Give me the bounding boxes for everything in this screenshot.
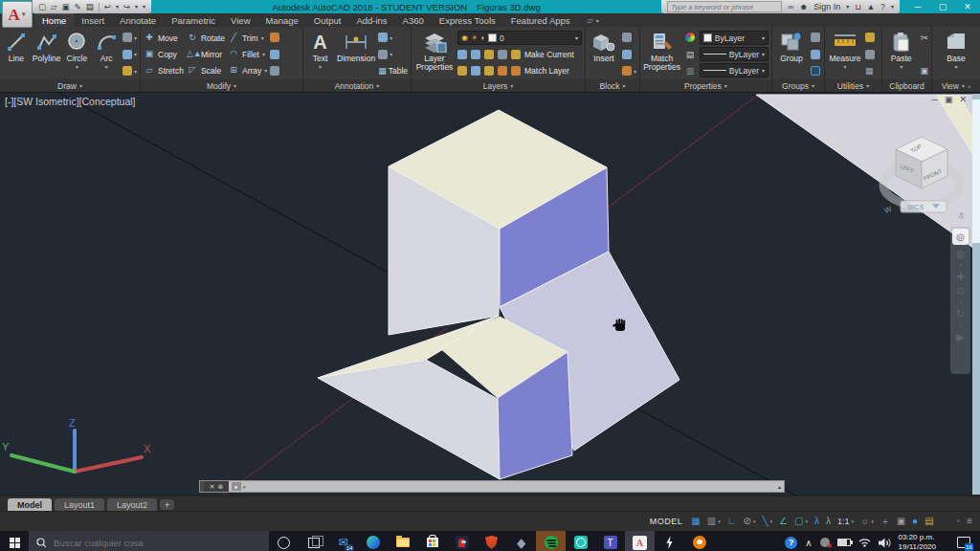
move-button[interactable]: ✚Move bbox=[144, 31, 184, 45]
linetype-combo[interactable]: ByLayer ▾ bbox=[700, 63, 768, 77]
nav-caret-icon[interactable]: ▾ bbox=[959, 263, 962, 268]
panel-label-modify[interactable]: Modify▾ bbox=[141, 79, 302, 92]
polyline-button[interactable]: Polyline bbox=[33, 29, 61, 79]
taskbar-spotify[interactable] bbox=[536, 531, 566, 551]
ellipse-tool-icon[interactable] bbox=[122, 50, 132, 59]
color-wheel-icon[interactable] bbox=[685, 33, 695, 42]
taskbar-teams[interactable]: T bbox=[595, 531, 625, 551]
orbit-icon[interactable]: ↻ bbox=[956, 309, 965, 320]
layer-on-icon[interactable] bbox=[498, 66, 507, 76]
panel-label-annotation[interactable]: Annotation▾ bbox=[303, 79, 411, 92]
zoom-icon[interactable]: ⊙ bbox=[956, 286, 965, 297]
undo-icon[interactable]: ↩ bbox=[104, 3, 111, 11]
point-style-icon[interactable] bbox=[865, 50, 875, 59]
command-recent-caret-icon[interactable]: ▾ bbox=[243, 484, 246, 490]
match-layer-button[interactable]: Match Layer bbox=[524, 66, 569, 76]
cut-scissors-icon[interactable]: ✂ bbox=[920, 33, 927, 43]
grid-toggle[interactable]: ▦ bbox=[691, 517, 700, 526]
object-color-combo[interactable]: ByLayer ▾ bbox=[700, 31, 768, 45]
array-button[interactable]: ⊞Array▾ bbox=[228, 63, 267, 77]
insert-button[interactable]: Insert bbox=[589, 29, 619, 79]
wcs-menu[interactable]: WCS bbox=[901, 201, 947, 212]
leader-tool-icon[interactable] bbox=[378, 33, 388, 42]
sign-in-caret-icon[interactable]: ▾ bbox=[846, 4, 849, 10]
panel-label-groups[interactable]: Groups▾ bbox=[772, 79, 824, 92]
base-button[interactable]: Base ▾ bbox=[940, 29, 972, 79]
new-layout-button[interactable]: + bbox=[160, 499, 174, 510]
panel-label-view[interactable]: View▾» bbox=[932, 79, 980, 92]
redo-icon[interactable]: ↪ bbox=[123, 3, 130, 11]
panel-label-block[interactable]: Block▾ bbox=[586, 79, 639, 92]
scale-button[interactable]: ◸Scale bbox=[187, 63, 225, 77]
tab-output[interactable]: Output bbox=[306, 13, 349, 27]
taskbar-among-us[interactable] bbox=[447, 531, 477, 551]
group-edit-icon[interactable] bbox=[811, 50, 820, 59]
annotation-monitor-button[interactable]: ＋ bbox=[880, 517, 890, 526]
taskbar-autocad[interactable]: A bbox=[625, 531, 655, 551]
isolate-objects-button[interactable]: ▣ bbox=[897, 517, 905, 526]
taskbar-lightning-app[interactable] bbox=[655, 531, 684, 551]
hidden-icons-button[interactable]: ∧ bbox=[805, 538, 812, 548]
tab-parametric[interactable]: Parametric bbox=[164, 13, 223, 27]
autodesk-exchange-icon[interactable]: ▲ bbox=[867, 3, 875, 11]
arc-button[interactable]: Arc ▾ bbox=[93, 29, 120, 79]
start-button[interactable] bbox=[0, 531, 29, 551]
vp-restore-icon[interactable]: ▣ bbox=[945, 95, 953, 104]
app-menu-button[interactable]: A ▼ bbox=[2, 1, 33, 28]
taskbar-store[interactable] bbox=[417, 531, 447, 551]
copy-clip-icon[interactable]: ▣ bbox=[920, 66, 928, 76]
make-current-button[interactable]: Make Current bbox=[524, 50, 574, 59]
viewcube-west[interactable]: W bbox=[883, 205, 893, 215]
command-line-bar[interactable]: ✕ ⊛ ▸ ▾ ▴ bbox=[199, 480, 785, 493]
ortho-toggle[interactable]: ∟ bbox=[727, 517, 737, 526]
dimension-button[interactable]: Dimension bbox=[337, 29, 375, 79]
plot-icon[interactable]: ▤ bbox=[86, 3, 94, 11]
layer-unisolate-icon[interactable] bbox=[471, 50, 480, 59]
copy-button[interactable]: ▣Copy bbox=[144, 47, 184, 61]
tab-layout2[interactable]: Layout2 bbox=[107, 498, 157, 511]
polar-tracking-toggle[interactable]: ⊘▾ bbox=[744, 517, 756, 526]
tab-annotate[interactable]: Annotate bbox=[112, 13, 164, 27]
layer-isolate-icon[interactable] bbox=[457, 50, 467, 59]
layer-lock-tool-icon[interactable] bbox=[498, 50, 507, 59]
redo-caret-icon[interactable]: ▾ bbox=[135, 4, 138, 10]
panel-label-draw[interactable]: Draw▾ bbox=[0, 79, 140, 92]
rotate-button[interactable]: ↻Rotate bbox=[187, 31, 225, 45]
taskbar-blender[interactable] bbox=[684, 531, 714, 551]
layer-match-icon[interactable] bbox=[511, 66, 521, 76]
scrollbar-thumb[interactable] bbox=[972, 99, 980, 243]
lineweight-combo[interactable]: ByLayer ▾ bbox=[700, 47, 768, 61]
cortana-button[interactable] bbox=[269, 531, 299, 551]
action-center-button[interactable]: 16 bbox=[957, 537, 970, 548]
maximize-button[interactable]: ▢ bbox=[930, 0, 955, 13]
leader-caret-icon[interactable]: ▾ bbox=[390, 34, 392, 41]
annotation-visibility-toggle[interactable]: λ bbox=[814, 517, 819, 526]
customization-menu-button[interactable]: ≡ bbox=[967, 517, 972, 526]
mirror-button[interactable]: △▲Mirror bbox=[187, 47, 225, 61]
vp-close-icon[interactable]: ✕ bbox=[959, 95, 967, 104]
layer-off-icon[interactable] bbox=[511, 50, 521, 59]
command-history-up-icon[interactable]: ▴ bbox=[778, 483, 784, 490]
ellipse-caret-icon[interactable]: ▾ bbox=[134, 51, 137, 57]
quick-calc-icon[interactable]: ▦ bbox=[865, 66, 874, 76]
layer-properties-button[interactable]: Layer Properties bbox=[414, 29, 455, 79]
tab-express-tools[interactable]: Express Tools bbox=[432, 13, 503, 27]
network-button[interactable] bbox=[858, 538, 871, 547]
group-button[interactable]: Group bbox=[775, 29, 808, 79]
command-close-icon[interactable]: ✕ bbox=[210, 483, 215, 491]
taskbar-file-explorer[interactable] bbox=[388, 531, 417, 551]
group-selection-toggle-icon[interactable] bbox=[811, 66, 820, 76]
measure-button[interactable]: Measure ▾ bbox=[828, 29, 862, 79]
taskbar-brave[interactable] bbox=[477, 531, 506, 551]
audio-device-button[interactable] bbox=[820, 538, 830, 547]
model-space-button[interactable]: MODEL bbox=[650, 517, 683, 526]
command-customize-wrench-icon[interactable]: ⊛ bbox=[218, 483, 224, 491]
edit-block-icon[interactable] bbox=[622, 50, 632, 59]
explode-tool-icon[interactable] bbox=[270, 50, 279, 59]
navigation-wheel-icon[interactable]: ◍ bbox=[956, 249, 966, 259]
minimize-button[interactable]: ─ bbox=[905, 0, 930, 13]
autoscale-toggle[interactable]: λ bbox=[826, 517, 831, 526]
help-search-input[interactable] bbox=[667, 1, 782, 12]
line-button[interactable]: Line bbox=[3, 29, 30, 79]
save-as-icon[interactable]: ✎ bbox=[75, 3, 81, 11]
